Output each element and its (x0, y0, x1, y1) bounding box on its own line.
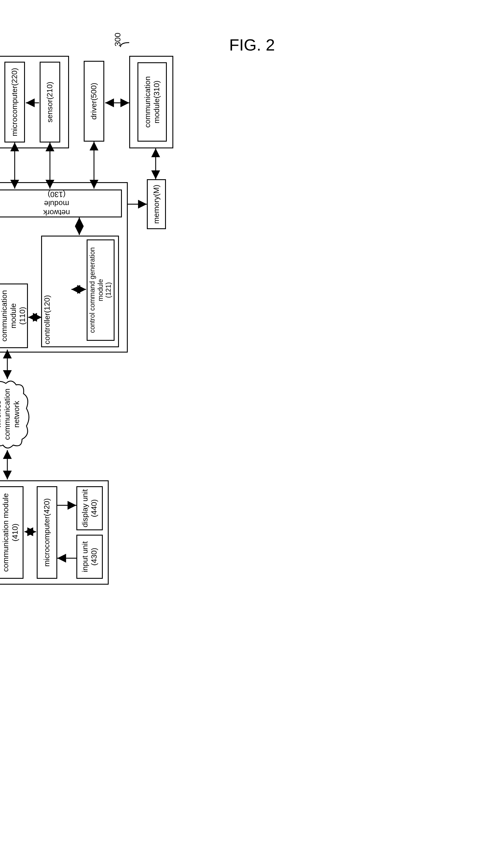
network-module: network module (130) (0, 190, 122, 217)
controller-label: controller(120) (42, 295, 52, 344)
wireless-network-label: wireless communication network (0, 389, 21, 440)
ref-300: 300 (113, 33, 123, 47)
microcomputer-200: microcomputer(220) (4, 62, 25, 143)
comm-module-300: communication module(310) (138, 62, 167, 142)
figure-title: FIG. 2 (0, 35, 504, 54)
wireless-network-cloud: wireless communication network (0, 377, 31, 451)
input-unit: input unit (430) (76, 535, 103, 579)
diagram-container: 400 wireless communication module (410) … (0, 226, 504, 596)
display-unit: display unit (440) (76, 486, 103, 530)
ctrl-cmd-gen-module: control command generation module (121) (87, 239, 114, 341)
wireless-comm-module-400: wireless communication module (410) (0, 486, 23, 579)
driver: driver(500) (84, 61, 104, 142)
network-module-label: network module (130) (43, 190, 70, 217)
sensor: sensor(210) (40, 62, 60, 143)
microcomputer-400: microcomputer(420) (37, 486, 57, 579)
memory: memory(M) (147, 179, 166, 229)
wireless-comm-module-100: wireless communication module (110) (0, 284, 28, 348)
